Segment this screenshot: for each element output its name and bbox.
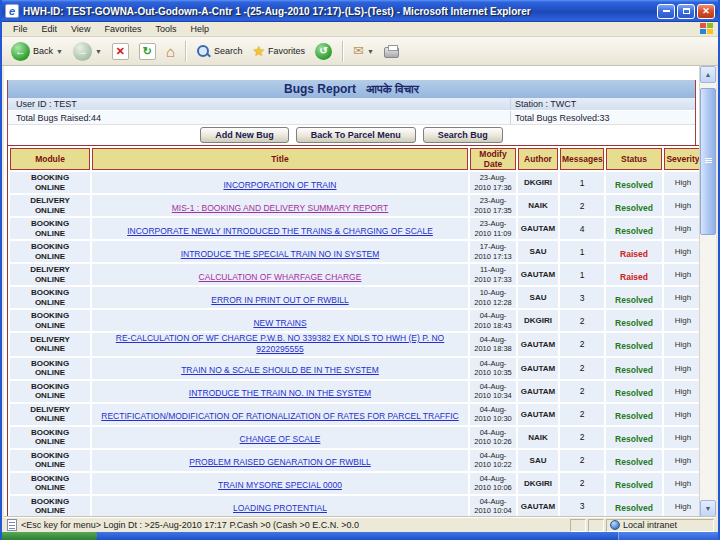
severity-cell: High xyxy=(664,264,702,285)
bug-title-link[interactable]: INCORPORATION OF TRAIN xyxy=(223,180,336,191)
modify-date-cell: 04-Aug-2010 18:38 xyxy=(470,333,516,356)
windows-taskbar[interactable] xyxy=(2,532,718,540)
bug-title-link[interactable]: NEW TRAINS xyxy=(253,318,306,329)
mail-dropdown-icon[interactable]: ▼ xyxy=(367,48,374,55)
module-cell: BOOKING ONLINE xyxy=(24,242,76,261)
author-cell: GAUTAM xyxy=(518,404,558,425)
stop-button[interactable]: ✕ xyxy=(109,42,132,61)
print-button[interactable] xyxy=(381,43,402,59)
bug-title-link[interactable]: CHANGE OF SCALE xyxy=(240,434,321,445)
status-value: Resolved xyxy=(615,434,653,444)
module-cell: DELIVERY ONLINE xyxy=(24,196,76,215)
favorites-button[interactable]: ★ Favorites xyxy=(249,42,308,60)
toolbar-separator xyxy=(185,41,186,62)
messages-cell: 2 xyxy=(560,381,604,402)
vertical-scrollbar[interactable]: ▲ ▼ xyxy=(699,66,716,517)
back-to-parcel-menu-button[interactable]: Back To Parcel Menu xyxy=(296,127,416,143)
bug-title-link[interactable]: LOADING PROTENTIAL xyxy=(233,503,327,514)
table-row: BOOKING ONLINE NEW TRAINS 04-Aug-2010 18… xyxy=(10,310,702,331)
restore-button[interactable] xyxy=(677,4,695,19)
bug-title-link[interactable]: INTRODUCE THE SPECIAL TRAIN NO IN SYSTEM xyxy=(181,249,380,260)
messages-cell: 2 xyxy=(560,358,604,379)
menu-view[interactable]: View xyxy=(64,24,97,34)
scroll-down-icon[interactable]: ▼ xyxy=(700,500,716,517)
table-row: BOOKING ONLINE TRAIN NO & SCALE SHOULD B… xyxy=(10,358,702,379)
status-message: <Esc key for menu> Login Dt : >25-Aug-20… xyxy=(21,520,570,530)
bugs-table-body: BOOKING ONLINE INCORPORATION OF TRAIN 23… xyxy=(10,172,702,517)
forward-dropdown-icon[interactable]: ▼ xyxy=(95,48,102,55)
column-header-severity: Severity xyxy=(664,148,702,170)
author-cell: GAUTAM xyxy=(518,218,558,239)
back-dropdown-icon[interactable]: ▼ xyxy=(56,48,63,55)
author-cell: GAUTAM xyxy=(518,358,558,379)
bugs-table-header-row: Module Title Modify Date Author Messages… xyxy=(10,148,702,170)
add-new-bug-button[interactable]: Add New Bug xyxy=(200,127,289,143)
messages-cell: 1 xyxy=(560,241,604,262)
bug-title-link[interactable]: MIS-1 : BOOKING AND DELIVERY SUMMARY REP… xyxy=(172,203,389,214)
total-bugs-resolved: Total Bugs Resolved:33 xyxy=(510,111,695,124)
bug-title-link[interactable]: INTRODUCE THE TRAIN NO. IN THE SYSTEM xyxy=(189,388,371,399)
history-button[interactable]: ↺ xyxy=(312,42,335,61)
bug-title-link[interactable]: CALCULATION OF WHARFAGE CHARGE xyxy=(199,272,362,283)
author-cell: GAUTAM xyxy=(518,333,558,356)
page-status-icon xyxy=(7,519,17,531)
title-bar[interactable]: e HWH-ID: TEST-GOWNA-Out-Godown-A-Cntr 1… xyxy=(2,0,718,22)
severity-cell: High xyxy=(664,172,702,193)
bug-title-link[interactable]: TRAIN NO & SCALE SHOULD BE IN THE SYSTEM xyxy=(181,365,379,376)
bug-title-link[interactable]: RE-CALCULATION OF WF CHARGE P.W.B. NO 33… xyxy=(94,333,466,354)
bug-title-link[interactable]: INCORPORATE NEWLY INTRODUCED THE TRAINS … xyxy=(127,226,433,237)
scrollbar-thumb[interactable] xyxy=(700,88,716,235)
security-zone-pane: Local intranet xyxy=(606,519,714,532)
standard-buttons-toolbar: ← Back ▼ → ▼ ✕ ↻ ⌂ Search ★ Favorites ↺ … xyxy=(2,37,718,66)
start-button[interactable] xyxy=(2,532,97,540)
status-value: Resolved xyxy=(615,341,653,351)
author-cell: DKGIRI xyxy=(518,172,558,193)
messages-cell: 2 xyxy=(560,473,604,494)
page-title-hindi: आपके विचार xyxy=(366,82,419,96)
mail-icon: ✉ xyxy=(353,43,364,59)
messages-cell: 3 xyxy=(560,496,604,517)
menu-help[interactable]: Help xyxy=(183,24,216,34)
table-row: BOOKING ONLINE INCORPORATION OF TRAIN 23… xyxy=(10,172,702,193)
home-button[interactable]: ⌂ xyxy=(163,42,178,61)
status-value: Resolved xyxy=(615,226,653,236)
forward-button[interactable]: → ▼ xyxy=(70,41,105,62)
menu-edit[interactable]: Edit xyxy=(35,24,65,34)
bug-title-link[interactable]: TRAIN MYSORE SPECIAL 0000 xyxy=(218,480,342,491)
search-icon xyxy=(196,44,211,59)
bug-title-link[interactable]: RECTIFICATION/MODIFICATION OF RATIONALIZ… xyxy=(101,411,458,422)
system-tray[interactable] xyxy=(618,532,718,540)
minimize-button[interactable] xyxy=(657,4,675,19)
bug-title-link[interactable]: PROBLEM RAISED GENARATION OF RWBILL xyxy=(189,457,371,468)
status-value: Resolved xyxy=(615,388,653,398)
ie-page-icon: e xyxy=(5,4,19,18)
menu-favorites[interactable]: Favorites xyxy=(97,24,148,34)
search-bug-button[interactable]: Search Bug xyxy=(423,127,503,143)
menu-file[interactable]: File xyxy=(6,24,35,34)
messages-cell: 2 xyxy=(560,195,604,216)
module-cell: DELIVERY ONLINE xyxy=(24,405,76,424)
modify-date-cell: 23-Aug-2010 17:35 xyxy=(470,195,516,216)
author-cell: SAU xyxy=(518,241,558,262)
column-header-messages: Messages xyxy=(560,148,604,170)
status-value: Resolved xyxy=(615,203,653,213)
table-row: BOOKING ONLINE INTRODUCE THE SPECIAL TRA… xyxy=(10,241,702,262)
author-cell: GAUTAM xyxy=(518,264,558,285)
station-label: Station : TWCT xyxy=(510,98,695,110)
search-button[interactable]: Search xyxy=(193,43,246,60)
intranet-globe-icon xyxy=(610,520,620,530)
mail-button[interactable]: ✉ ▼ xyxy=(350,42,377,60)
refresh-button[interactable]: ↻ xyxy=(136,42,159,61)
scroll-up-icon[interactable]: ▲ xyxy=(700,66,716,83)
home-icon: ⌂ xyxy=(166,43,175,60)
severity-cell: High xyxy=(664,310,702,331)
close-button[interactable]: ✕ xyxy=(697,4,715,19)
page-title: Bugs Report आपके विचार xyxy=(8,80,695,98)
security-zone-label: Local intranet xyxy=(623,520,677,530)
author-cell: NAIK xyxy=(518,427,558,448)
bug-title-link[interactable]: ERROR IN PRINT OUT OF RWBILL xyxy=(211,295,348,306)
table-row: BOOKING ONLINE ERROR IN PRINT OUT OF RWB… xyxy=(10,287,702,308)
back-button[interactable]: ← Back ▼ xyxy=(8,41,66,62)
menu-tools[interactable]: Tools xyxy=(148,24,183,34)
modify-date-cell: 17-Aug-2010 17:13 xyxy=(470,241,516,262)
